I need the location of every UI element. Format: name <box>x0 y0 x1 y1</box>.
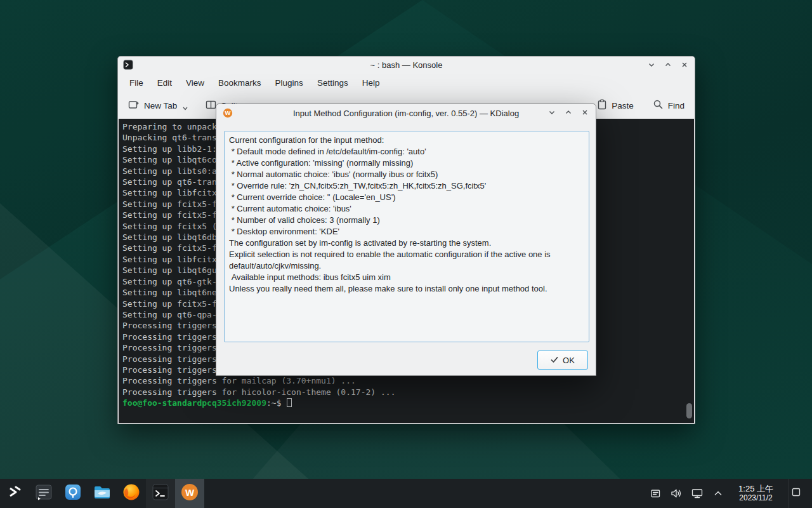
dialog-title: Input Method Configuration (im-config, v… <box>216 109 596 118</box>
firefox-button[interactable] <box>117 479 146 508</box>
dialog-message-area: Current configuration for the input meth… <box>224 131 589 342</box>
close-icon[interactable] <box>680 60 689 69</box>
dialog-text-line: * Normal automatic choice: 'ibus' (norma… <box>229 169 584 180</box>
blue-app-button[interactable] <box>58 479 88 508</box>
task-list-button[interactable] <box>29 479 58 508</box>
im-config-task-button[interactable]: W <box>175 479 204 508</box>
menu-item[interactable]: View <box>179 75 211 91</box>
dialog-text-line: * Override rule: 'zh_CN,fcitx5:zh_TW,fci… <box>229 180 584 192</box>
konsole-icon <box>123 60 133 70</box>
app-launcher-icon <box>5 483 24 504</box>
kdialog-app-icon: W <box>223 108 233 118</box>
dialog-text-line: * Current automatic choice: 'ibus' <box>229 203 584 215</box>
show-desktop-button[interactable] <box>788 479 803 508</box>
menu-item[interactable]: Edit <box>150 75 179 91</box>
dialog-text-line: * Desktop environment: 'KDE' <box>229 226 584 237</box>
new-tab-label: New Tab <box>144 101 177 110</box>
paste-icon <box>597 99 607 112</box>
new-tab-icon <box>128 100 140 112</box>
dolphin-button[interactable] <box>88 479 117 508</box>
blue-app-icon <box>64 483 82 504</box>
ok-label: OK <box>563 356 575 365</box>
minimize-icon[interactable] <box>647 60 656 69</box>
menu-item[interactable]: Plugins <box>268 75 310 91</box>
dropdown-caret-icon <box>183 103 188 112</box>
clock[interactable]: 1:25 上午 2023/11/2 <box>733 484 778 503</box>
find-button[interactable]: Find <box>653 99 684 112</box>
check-icon <box>551 356 558 365</box>
menu-item[interactable]: Bookmarks <box>211 75 268 91</box>
konsole-task-button[interactable] <box>146 479 175 508</box>
prompt-user: foo@foo-standardpcq35ich92009 <box>122 398 266 408</box>
dialog-text-line: The configuration set by im-config is ac… <box>229 237 584 249</box>
svg-text:W: W <box>185 487 195 498</box>
show-desktop-icon <box>792 488 801 499</box>
minimize-icon[interactable] <box>547 108 556 117</box>
firefox-icon <box>122 483 140 504</box>
window-title: ~ : bash — Konsole <box>118 60 695 70</box>
maximize-icon[interactable] <box>664 60 672 69</box>
clock-date: 2023/11/2 <box>739 493 773 503</box>
paste-button[interactable]: Paste <box>597 99 634 112</box>
maximize-icon[interactable] <box>564 108 573 117</box>
split-view-icon <box>206 100 216 112</box>
kdialog-titlebar[interactable]: W Input Method Configuration (im-config,… <box>216 104 596 122</box>
task-list-icon <box>34 483 53 504</box>
svg-text:W: W <box>225 109 231 116</box>
konsole-titlebar[interactable]: ~ : bash — Konsole <box>118 57 695 73</box>
close-icon[interactable] <box>580 108 589 117</box>
taskbar: W 1:25 上午 2023/11/2 <box>0 479 812 508</box>
volume-icon[interactable] <box>671 488 682 499</box>
dolphin-icon <box>93 483 112 504</box>
wine-w-icon: W <box>180 483 199 504</box>
prompt-path: :~$ <box>266 398 286 408</box>
notifications-icon[interactable] <box>650 488 661 499</box>
system-tray: 1:25 上午 2023/11/2 <box>650 479 812 508</box>
app-launcher-button[interactable] <box>0 479 29 508</box>
konsole-menubar: FileEditViewBookmarksPluginsSettingsHelp <box>118 73 695 92</box>
display-icon[interactable] <box>691 488 703 499</box>
dialog-window-controls <box>547 104 589 121</box>
clock-time: 1:25 上午 <box>738 484 773 493</box>
menu-item[interactable]: Help <box>355 75 387 91</box>
dialog-text-line: Unless you really need them all, please … <box>229 283 584 295</box>
tray-expand-icon[interactable] <box>712 488 724 499</box>
dialog-text-line: * Active configuration: 'missing' (norma… <box>229 157 584 169</box>
find-label: Find <box>668 101 684 110</box>
ok-button[interactable]: OK <box>537 351 588 370</box>
terminal-line: Processing triggers for hicolor-icon-the… <box>122 387 694 398</box>
terminal-prompt: foo@foo-standardpcq35ich92009:~$ <box>122 398 694 408</box>
dialog-text-line: Explicit selection is not required to en… <box>229 249 584 272</box>
dialog-text-line: Current configuration for the input meth… <box>229 135 584 146</box>
terminal-line: Processing triggers for mailcap (3.70+nm… <box>122 375 694 386</box>
terminal-scrollbar[interactable] <box>686 403 692 418</box>
window-controls <box>647 57 689 73</box>
desktop: ~ : bash — Konsole FileEditViewBookmarks… <box>0 0 812 508</box>
menu-item[interactable]: File <box>122 75 150 91</box>
dialog-text-line: * Number of valid choices: 3 (normally 1… <box>229 215 584 226</box>
konsole-task-icon <box>152 483 169 504</box>
menu-item[interactable]: Settings <box>310 75 355 91</box>
kdialog-window: W Input Method Configuration (im-config,… <box>216 104 596 376</box>
dialog-text-line: * Current override choice: '' (Locale='e… <box>229 192 584 203</box>
new-tab-button[interactable]: New Tab <box>128 99 188 112</box>
dialog-text-line: Available input methods: ibus fcitx5 uim… <box>229 272 584 283</box>
find-icon <box>653 99 664 112</box>
dialog-text-line: * Default mode defined in /etc/default/i… <box>229 146 584 157</box>
terminal-cursor <box>287 398 292 407</box>
paste-label: Paste <box>612 101 634 110</box>
